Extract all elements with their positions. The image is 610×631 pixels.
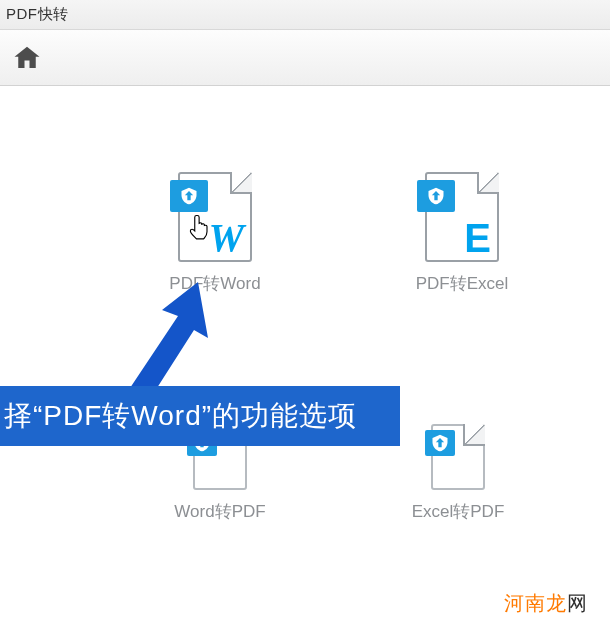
file-icon-pdf-to-word: W (178, 172, 252, 262)
file-icon-pdf-to-excel: E (425, 172, 499, 262)
pdf-icon (170, 180, 208, 212)
home-icon[interactable] (10, 43, 44, 73)
tile-label: Word转PDF (174, 500, 265, 523)
tile-label: PDF转Word (169, 272, 260, 295)
pdf-icon (425, 430, 455, 456)
watermark-brand-b: 网 (567, 592, 588, 614)
tile-label: PDF转Excel (416, 272, 509, 295)
tile-excel-to-pdf[interactable]: Excel转PDF (398, 424, 518, 523)
tile-pdf-to-word[interactable]: W PDF转Word (145, 172, 285, 295)
content-area: W PDF转Word E PDF转Excel Word转PDF (0, 86, 610, 631)
app-title: PDF快转 (6, 5, 69, 24)
pdf-icon (417, 180, 455, 212)
caption-close-quote: ” (202, 400, 212, 432)
caption-prefix: 择 (4, 397, 33, 435)
caption-suffix: 的功能选项 (212, 397, 357, 435)
caption-open-quote: “ (33, 400, 43, 432)
watermark: 河南龙网 (504, 590, 588, 617)
toolbar (0, 30, 610, 86)
tile-pdf-to-excel[interactable]: E PDF转Excel (392, 172, 532, 295)
titlebar: PDF快转 (0, 0, 610, 30)
file-icon-excel-to-pdf (431, 424, 485, 490)
excel-glyph: E (464, 218, 491, 258)
watermark-brand-a: 河南龙 (504, 592, 567, 614)
caption-highlight: PDF转Word (43, 397, 201, 435)
annotation-caption: 择 “ PDF转Word ” 的功能选项 (0, 386, 400, 446)
word-glyph: W (208, 218, 244, 258)
tile-label: Excel转PDF (412, 500, 505, 523)
svg-marker-0 (126, 282, 208, 402)
